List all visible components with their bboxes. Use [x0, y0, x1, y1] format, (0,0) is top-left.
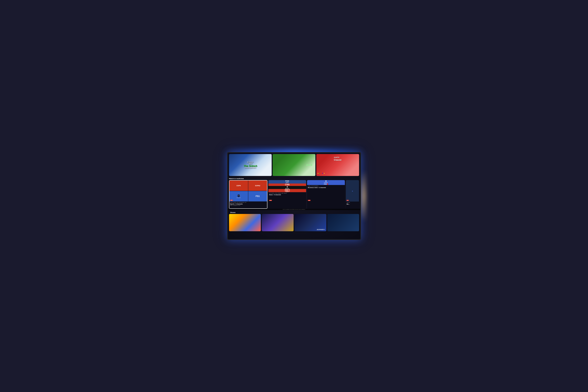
news-grid: FOX NEWS Channel CNN ❊ [268, 180, 306, 192]
show-simpsons[interactable] [229, 214, 261, 231]
show-extra[interactable] [327, 214, 359, 231]
shows-row: JEOPARDY! [228, 214, 360, 231]
sports-card-title: Sports • 4 channels [230, 203, 266, 205]
cell-cnbc: ❊ CNBC [307, 180, 345, 183]
bbc-text: BBC [285, 189, 290, 192]
news-channel-list: FOX NEWS, CNN, MSNBC, BBC NEWS [269, 193, 306, 194]
sports-grid: ESPN ESPN2 NFL NETWORK FS1 [230, 180, 267, 201]
weather-icon: ☁ [352, 190, 353, 192]
nfl-shield: NFL [238, 194, 240, 197]
fox-news-text: NEWS [286, 182, 289, 183]
tv-wrapper: Dr. Seuss' How The Grinch STOLE CHRISTMA… [227, 152, 361, 240]
bbc-news-label: NEWS [286, 192, 288, 192]
xmas-lights: ● ● ● ● ● [318, 172, 358, 174]
weather-channel-list: THE W... [346, 202, 358, 203]
weather-card-title: We... [346, 203, 358, 205]
news-ticker: COLTS OWNER JIM IRSAY ON HIS 2014 ARREST [228, 209, 360, 210]
fox-text: FOX [286, 180, 289, 182]
cnn-logo: CNN [285, 184, 290, 186]
shows-section-label: Shows [229, 211, 359, 214]
content-layer: Dr. Seuss' How The Grinch STOLE CHRISTMA… [228, 153, 360, 239]
business-channel-list: CNBC, FOX BUSINESS [308, 186, 344, 186]
msnbc-logo: ❊ MSNBC [286, 186, 289, 189]
cell-espn: ESPN [230, 180, 248, 191]
home-alone-text: AKE [306, 164, 313, 166]
business-grid: ❊ CNBC FOXI [307, 180, 345, 185]
news-live-badge: LIVE [269, 200, 272, 201]
cell-fox-business: FOXI [307, 183, 345, 185]
nfl-logo: NFL NETWORK [236, 194, 241, 198]
sports-channel-list: ESPN, ESPN2, NFL NETWORK, FS1 [230, 202, 266, 203]
bbc-logo: BBC NEWS [285, 189, 290, 192]
cell-espn2: ESPN2 [248, 180, 267, 191]
multiview-section-label: Watch in multiview [228, 177, 360, 180]
shows-section: Shows [228, 210, 360, 214]
screen-content: Dr. Seuss' How The Grinch STOLE CHRISTMA… [228, 153, 360, 239]
jeopardy-title: JEOPARDY! [317, 229, 325, 230]
business-live-badge: LIVE [308, 200, 310, 201]
sports-card-subtitle: Watch 4 programs at once [230, 205, 266, 206]
cell-fs1: FS1 [248, 191, 267, 202]
tv-screen: Dr. Seuss' How The Grinch STOLE CHRISTMA… [227, 152, 361, 240]
show-jeopardy[interactable]: JEOPARDY! [294, 214, 326, 231]
grinch-title: Dr. Seuss' How The Grinch STOLE CHRISTMA… [244, 162, 257, 168]
cnbc-peacock: ❊ [325, 180, 327, 182]
nfl-network-text: NETWORK [236, 198, 241, 198]
fox-business-logo: FOXI [324, 183, 328, 185]
news-card-title: News • 4 channels [269, 194, 306, 196]
card-sports[interactable]: ESPN ESPN2 NFL NETWORK FS1 LIVE [229, 180, 268, 208]
msnbc-peacock: ❊ [286, 186, 288, 188]
cell-cnn: CNN [268, 184, 306, 186]
sports-card-info: ESPN, ESPN2, NFL NETWORK, FS1 Sports • 4… [230, 202, 267, 208]
business-card-title: Business news • 2 channels [308, 187, 344, 188]
msnbc-text: MSNBC [286, 188, 289, 189]
multiview-row: ESPN ESPN2 NFL NETWORK FS1 LIVE [228, 180, 360, 208]
weather-live-badge: LIV [346, 200, 349, 201]
cell-fox-news: FOX NEWS Channel [268, 180, 306, 184]
fox-news-logo: FOX NEWS Channel [286, 180, 289, 184]
banner-santa-clause[interactable]: SANTA Clause ● ● ● ● ● [316, 154, 359, 176]
card-weather-partial[interactable]: ☁ LIV THE W... We... [346, 180, 359, 208]
cnbc-logo: ❊ CNBC [324, 180, 328, 183]
news-card-info: FOX NEWS, CNN, MSNBC, BBC NEWS News • 4 … [268, 192, 306, 199]
banner-home-alone[interactable]: AKE [273, 154, 315, 176]
cnbc-text: CNBC [324, 182, 328, 183]
show-wheel-of-fortune[interactable] [262, 214, 294, 231]
santa-clause-text: SANTA Clause [334, 156, 342, 161]
weather-card-info: THE W... We... [346, 202, 359, 209]
sports-live-badge: LIVE [230, 200, 233, 201]
banner-grinch[interactable]: Dr. Seuss' How The Grinch STOLE CHRISTMA… [229, 154, 272, 176]
cell-bbc: BBC NEWS [268, 189, 306, 192]
card-news[interactable]: FOX NEWS Channel CNN ❊ [268, 180, 306, 208]
business-card-info: CNBC, FOX BUSINESS Business news • 2 cha… [307, 185, 345, 192]
cell-msnbc: ❊ MSNBC [268, 186, 306, 189]
card-business[interactable]: ❊ CNBC FOXI L [307, 180, 345, 208]
top-banners-row: Dr. Seuss' How The Grinch STOLE CHRISTMA… [228, 153, 360, 177]
foxbiz-fox-text: FOXI [324, 183, 328, 185]
weather-grid-area: ☁ [346, 180, 359, 202]
